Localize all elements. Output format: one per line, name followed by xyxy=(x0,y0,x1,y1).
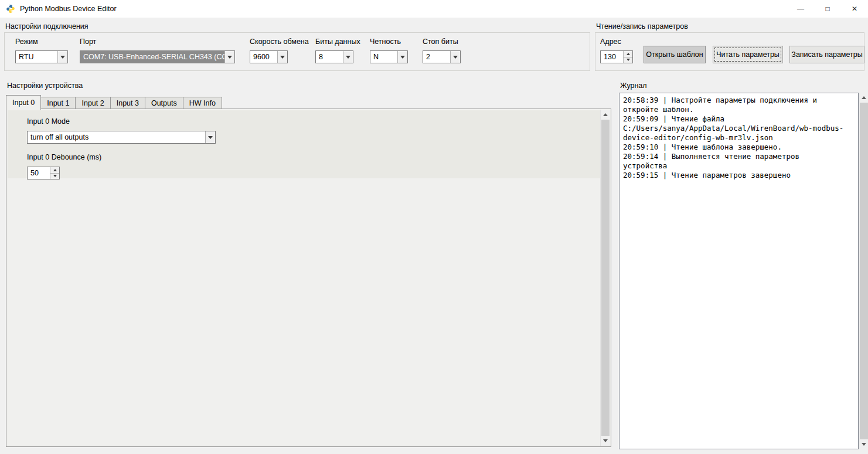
scrollbar-thumb[interactable] xyxy=(601,120,610,436)
open-template-button[interactable]: Открыть шаблон xyxy=(644,46,706,63)
title-bar: Python Modbus Device Editor — □ ✕ xyxy=(0,0,868,18)
app-window: Python Modbus Device Editor — □ ✕ Настро… xyxy=(0,0,868,454)
mode-dropdown-button[interactable] xyxy=(57,51,67,63)
tab-input-2[interactable]: Input 2 xyxy=(75,97,110,109)
tab-input-3[interactable]: Input 3 xyxy=(110,97,145,109)
baud-dropdown-button[interactable] xyxy=(277,51,287,63)
stopbits-combobox[interactable]: 2 xyxy=(423,50,461,63)
input0-settings-panel: Input 0 Mode turn off all outputs Input … xyxy=(8,110,601,178)
chevron-down-icon xyxy=(60,56,65,59)
connection-group-box: Режим RTU Порт COM7: USB-Enhanced-SERIAL… xyxy=(4,32,590,71)
baud-combobox[interactable]: 9600 xyxy=(250,50,288,63)
address-spinbox[interactable]: 130 xyxy=(600,50,633,63)
readwrite-group: Чтение/запись параметров Адрес 130 Откры… xyxy=(595,22,864,71)
chevron-down-icon xyxy=(346,56,350,59)
spin-up-button[interactable] xyxy=(50,167,59,173)
debounce-spin-buttons xyxy=(50,167,59,179)
log-scrollbar[interactable] xyxy=(859,93,868,449)
log-title: Журнал xyxy=(620,82,647,90)
address-label: Адрес xyxy=(600,38,633,46)
tab-hw-info[interactable]: HW Info xyxy=(183,97,222,109)
databits-label: Биты данных xyxy=(315,38,359,46)
databits-value: 8 xyxy=(316,51,343,63)
log-line: 20:59:15 | Чтение параметров завершено xyxy=(623,171,857,180)
log-textarea[interactable]: 20:58:39 | Настройте параметры подключен… xyxy=(619,93,859,449)
log-line: C:/Users/sanya/AppData/Local/WirenBoard/… xyxy=(623,124,857,133)
chevron-down-icon xyxy=(400,56,405,59)
log-line: 20:59:14 | Выполняется чтение параметров xyxy=(623,152,857,161)
input0-mode-combobox[interactable]: turn off all outputs xyxy=(27,131,216,144)
stopbits-label: Стоп биты xyxy=(423,38,461,46)
arrow-up-icon xyxy=(53,169,57,171)
scroll-down-button[interactable] xyxy=(601,436,610,446)
input0-mode-value: turn off all outputs xyxy=(28,131,205,143)
log-line: устройства xyxy=(623,161,857,171)
readwrite-group-title: Чтение/запись параметров xyxy=(595,22,864,32)
arrow-up-icon xyxy=(627,53,630,55)
write-params-button[interactable]: Записать параметры xyxy=(789,46,864,63)
connection-group-title: Настройки подключения xyxy=(4,22,590,32)
databits-combobox[interactable]: 8 xyxy=(315,50,353,63)
port-label: Порт xyxy=(80,38,235,46)
parity-combobox[interactable]: N xyxy=(370,50,408,63)
chevron-down-icon xyxy=(453,56,458,59)
tab-outputs[interactable]: Outputs xyxy=(145,97,183,109)
log-line: 20:59:09 | Чтение файла xyxy=(623,114,857,124)
log-line: 20:59:10 | Чтение шаблона завершено. xyxy=(623,143,857,152)
databits-dropdown-button[interactable] xyxy=(343,51,353,63)
mode-value: RTU xyxy=(16,51,57,63)
address-value[interactable]: 130 xyxy=(601,51,623,63)
scroll-up-icon xyxy=(862,96,866,99)
window-title: Python Modbus Device Editor xyxy=(20,5,117,13)
parity-label: Четность xyxy=(370,38,408,46)
readwrite-group-box: Адрес 130 Открыть шаблон Читать параметр… xyxy=(595,32,864,71)
chevron-down-icon xyxy=(227,56,232,59)
port-dropdown-button[interactable] xyxy=(224,51,234,63)
parity-value: N xyxy=(370,51,397,63)
connection-settings-group: Настройки подключения Режим RTU Порт COM… xyxy=(4,22,590,71)
scroll-down-icon xyxy=(862,443,866,446)
log-line: 20:58:39 | Настройте параметры подключен… xyxy=(623,96,857,105)
parity-dropdown-button[interactable] xyxy=(397,51,407,63)
input0-mode-dropdown-button[interactable] xyxy=(205,131,215,143)
arrow-down-icon xyxy=(53,175,57,177)
notebook-pane: Input 0 Mode turn off all outputs Input … xyxy=(6,109,611,447)
maximize-button[interactable]: □ xyxy=(814,0,841,18)
chevron-down-icon xyxy=(280,56,285,59)
spin-down-button[interactable] xyxy=(624,57,632,63)
input0-mode-label: Input 0 Mode xyxy=(27,117,601,126)
port-combobox[interactable]: COM7: USB-Enhanced-SERIAL CH343 (COM7 xyxy=(80,50,235,63)
scroll-down-button[interactable] xyxy=(859,439,868,449)
input0-debounce-spinbox[interactable]: 50 xyxy=(27,167,60,179)
scroll-down-icon xyxy=(603,439,608,442)
mode-combobox[interactable]: RTU xyxy=(15,50,68,63)
input0-debounce-label: Input 0 Debounce (ms) xyxy=(27,153,601,162)
scrollbar-thumb[interactable] xyxy=(860,103,868,439)
tab-input-0[interactable]: Input 0 xyxy=(6,95,41,110)
mode-label: Режим xyxy=(15,38,68,46)
scroll-up-button[interactable] xyxy=(859,93,868,103)
spin-down-button[interactable] xyxy=(50,173,59,179)
scrollbar-track[interactable] xyxy=(601,120,610,436)
input0-debounce-value[interactable]: 50 xyxy=(28,167,50,179)
baud-label: Скорость обмена xyxy=(250,38,305,46)
minimize-button[interactable]: — xyxy=(787,0,814,18)
read-params-button[interactable]: Читать параметры xyxy=(713,46,783,63)
close-button[interactable]: ✕ xyxy=(841,0,868,18)
address-spin-buttons xyxy=(623,51,632,63)
tab-input-1[interactable]: Input 1 xyxy=(40,97,76,109)
baud-value: 9600 xyxy=(250,51,277,63)
chevron-down-icon xyxy=(208,136,213,139)
scroll-up-button[interactable] xyxy=(601,110,610,120)
device-scrollbar[interactable] xyxy=(600,110,610,446)
scrollbar-track[interactable] xyxy=(859,103,868,439)
arrow-down-icon xyxy=(627,59,630,61)
window-controls: — □ ✕ xyxy=(787,0,868,18)
scroll-up-icon xyxy=(603,113,608,116)
stopbits-value: 2 xyxy=(423,51,450,63)
log-line: device-editor/config-wb-mr3lv.json xyxy=(623,133,857,143)
device-group-title: Настройки устройства xyxy=(6,82,83,92)
log-line: откройте шаблон. xyxy=(623,105,857,114)
stopbits-dropdown-button[interactable] xyxy=(450,51,460,63)
spin-up-button[interactable] xyxy=(624,51,632,57)
